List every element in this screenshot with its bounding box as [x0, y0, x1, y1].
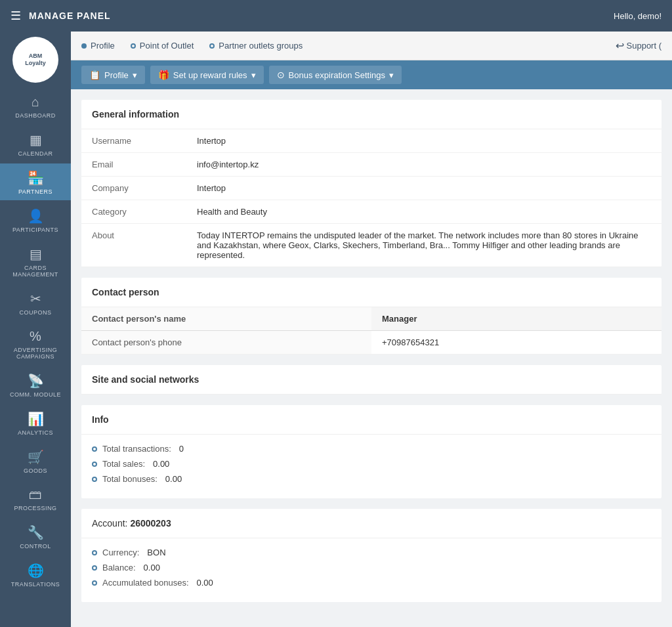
- greeting: Hello, demo!: [614, 11, 662, 21]
- account-number: 26000203: [130, 518, 171, 529]
- sidebar-item-comm[interactable]: 📡 COMM. MODULE: [0, 366, 71, 403]
- main-layout: ABMLoyalty ⌂ DASHBOARD ▦ CALENDAR 🏪 PART…: [0, 32, 672, 627]
- list-item: Balance: 0.00: [92, 563, 651, 573]
- setup-action-label: Set up reward rules: [173, 70, 247, 80]
- currency-value: BON: [147, 548, 165, 557]
- support-icon: ↩: [616, 39, 624, 52]
- sidebar-label-goods: GOODS: [24, 467, 47, 474]
- bonus-chevron-icon: ▾: [389, 70, 394, 80]
- balance-value: 0.00: [144, 563, 160, 573]
- general-info-header: General information: [81, 100, 662, 129]
- company-value: Intertop: [186, 177, 662, 200]
- info-header: Info: [81, 405, 662, 435]
- partners-icon: 🏪: [28, 170, 44, 186]
- sec-nav-point-of-outlet[interactable]: Point of Outlet: [131, 41, 194, 51]
- email-label: Email: [81, 153, 186, 177]
- general-info-table: Username Intertop Email info@intertop.kz…: [81, 129, 662, 267]
- category-value: Health and Beauty: [186, 200, 662, 224]
- sidebar-item-participants[interactable]: 👤 PARTICIPANTS: [0, 202, 71, 238]
- sidebar-label-analytics: ANALYTICS: [18, 429, 53, 436]
- bullet-icon: [92, 565, 97, 571]
- partner-outlets-dot: [209, 43, 215, 49]
- list-item: Total sales: 0.00: [92, 459, 651, 469]
- sec-nav-partner-outlets-label: Partner outlets groups: [219, 41, 303, 51]
- sidebar-item-calendar[interactable]: ▦ CALENDAR: [0, 125, 71, 162]
- info-card: Info Total transactions: 0 Total sales: …: [81, 405, 662, 498]
- bullet-icon: [92, 580, 97, 586]
- control-icon: 🔧: [28, 525, 44, 540]
- email-value: info@intertop.kz: [186, 153, 662, 177]
- support-label: Support (: [627, 41, 662, 51]
- contact-value-header: Manager: [371, 307, 662, 331]
- table-row: Contact person's phone +70987654321: [81, 331, 662, 355]
- sidebar-label-partners: PARTNERS: [18, 188, 52, 195]
- sidebar-item-advertising[interactable]: % ADVERTISING CAMPAIGNS: [0, 322, 71, 365]
- username-label: Username: [81, 129, 186, 153]
- bonus-action-icon: ⊙: [277, 70, 285, 80]
- sec-nav-partner-outlets-groups[interactable]: Partner outlets groups: [209, 41, 303, 51]
- sidebar-label-processing: PROCESSING: [14, 505, 56, 511]
- dashboard-icon: ⌂: [32, 95, 39, 110]
- top-bar-left: ☰ MANAGE PANEL: [10, 9, 111, 23]
- translations-icon: 🌐: [28, 563, 44, 578]
- table-row: Email info@intertop.kz: [81, 153, 662, 177]
- page-content: General information Username Intertop Em…: [71, 89, 672, 627]
- contact-name-header: Contact person's name: [81, 307, 371, 331]
- profile-dot: [81, 43, 87, 49]
- balance-label: Balance:: [102, 563, 136, 573]
- sidebar-label-comm: COMM. MODULE: [10, 391, 61, 398]
- info-list: Total transactions: 0 Total sales: 0.00 …: [81, 435, 662, 498]
- category-label: Category: [81, 200, 186, 224]
- contact-phone-value: +70987654321: [371, 331, 662, 355]
- sidebar-label-calendar: CALENDAR: [18, 150, 52, 157]
- sidebar-item-goods[interactable]: 🛒 GOODS: [0, 443, 71, 479]
- setup-chevron-icon: ▾: [251, 70, 256, 80]
- list-item: Currency: BON: [92, 548, 651, 557]
- comm-icon: 📡: [28, 373, 44, 389]
- sidebar-item-partners[interactable]: 🏪 PARTNERS: [0, 163, 71, 200]
- sidebar-nav: ⌂ DASHBOARD ▦ CALENDAR 🏪 PARTNERS 👤 PART…: [0, 88, 71, 593]
- sidebar-item-translations[interactable]: 🌐 TRANSLATIONS: [0, 556, 71, 593]
- setup-action-icon: 🎁: [158, 70, 169, 80]
- calendar-icon: ▦: [30, 132, 42, 148]
- site-social-card: Site and social networks: [81, 365, 662, 395]
- total-bonuses-label: Total bonuses:: [102, 474, 158, 484]
- profile-action-icon: 📋: [89, 70, 100, 80]
- bullet-icon: [92, 477, 97, 482]
- total-transactions-label: Total transactions:: [102, 444, 171, 454]
- sidebar-item-processing[interactable]: 🗃 PROCESSING: [0, 481, 71, 517]
- contact-table: Contact person's name Manager Contact pe…: [81, 307, 662, 355]
- list-item: Total transactions: 0: [92, 444, 651, 454]
- sidebar-label-coupons: COUPONS: [19, 309, 51, 316]
- bonus-action-btn[interactable]: ⊙ Bonus expiration Settings ▾: [269, 66, 402, 84]
- sidebar-item-analytics[interactable]: 📊 ANALYTICS: [0, 404, 71, 441]
- support-link[interactable]: ↩ Support (: [616, 39, 662, 52]
- processing-icon: 🗃: [29, 487, 42, 502]
- sidebar-item-coupons[interactable]: ✂ COUPONS: [0, 284, 71, 321]
- sidebar: ABMLoyalty ⌂ DASHBOARD ▦ CALENDAR 🏪 PART…: [0, 32, 71, 627]
- list-item: Accumulated bonuses: 0.00: [92, 578, 651, 588]
- account-info-list: Currency: BON Balance: 0.00 Accumulated …: [81, 538, 662, 602]
- profile-chevron-icon: ▾: [133, 70, 137, 80]
- sec-nav-profile[interactable]: Profile: [81, 41, 115, 51]
- profile-action-btn[interactable]: 📋 Profile ▾: [81, 66, 145, 84]
- action-bar: 📋 Profile ▾ 🎁 Set up reward rules ▾ ⊙ Bo…: [71, 60, 672, 89]
- sidebar-label-translations: TRANSLATIONS: [11, 581, 60, 588]
- sidebar-item-control[interactable]: 🔧 CONTROL: [0, 518, 71, 555]
- table-row: Username Intertop: [81, 129, 662, 153]
- top-bar: ☰ MANAGE PANEL Hello, demo!: [0, 0, 672, 32]
- about-value: Today INTERTOP remains the undisputed le…: [186, 224, 662, 267]
- site-social-header: Site and social networks: [81, 365, 662, 395]
- sidebar-item-dashboard[interactable]: ⌂ DASHBOARD: [0, 88, 71, 124]
- contact-phone-label: Contact person's phone: [81, 331, 371, 355]
- table-row: Contact person's name Manager: [81, 307, 662, 331]
- hamburger-icon[interactable]: ☰: [10, 9, 21, 23]
- sidebar-item-cards[interactable]: ▤ CARDS MANAGEMENT: [0, 240, 71, 283]
- bullet-icon: [92, 550, 97, 555]
- sidebar-label-control: CONTROL: [20, 543, 51, 550]
- setup-action-btn[interactable]: 🎁 Set up reward rules ▾: [150, 66, 264, 84]
- content-area: Profile Point of Outlet Partner outlets …: [71, 32, 672, 627]
- company-label: Company: [81, 177, 186, 200]
- cards-icon: ▤: [30, 246, 42, 262]
- participants-icon: 👤: [28, 208, 44, 224]
